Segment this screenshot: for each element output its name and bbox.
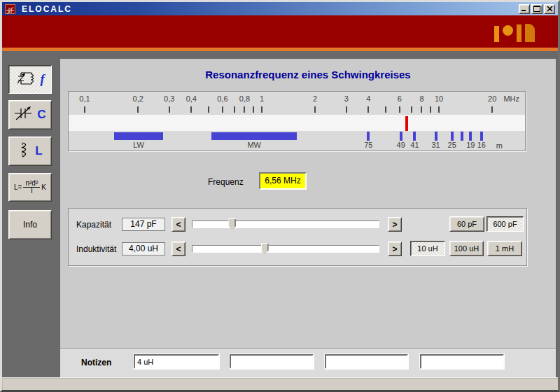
scale-tick [169, 106, 170, 113]
scale-pointer-track [69, 115, 525, 131]
sidebar-button-inductance[interactable]: L [8, 136, 52, 166]
scale-tick [222, 106, 223, 113]
broadcast-band-label: MW [247, 141, 261, 149]
sidebar-button-label: Info [23, 220, 37, 230]
shortwave-band-label: 49 [397, 141, 405, 149]
preset-button[interactable]: 10 uH [410, 241, 445, 256]
formula-lhs: L= [14, 183, 22, 191]
slider-decrease-button[interactable]: < [172, 241, 186, 256]
scale-tick-label: 10 [435, 94, 443, 103]
control-row-label: Induktivität [76, 244, 116, 254]
scale-tick [368, 106, 369, 113]
scale-tick-label: 0,1 [79, 94, 90, 103]
close-button[interactable] [544, 4, 555, 14]
scale-tick-label: 0,8 [239, 94, 250, 103]
scale-tick-label: 20 [488, 94, 496, 103]
frequency-label: Frequenz [208, 177, 244, 187]
window-title: ELOCALC [22, 4, 519, 14]
scale-tick-label: 0,6 [217, 94, 227, 103]
notes-band: Notizen [60, 348, 556, 377]
sidebar-button-label: C [37, 108, 46, 122]
scale-tick [411, 106, 412, 113]
sidebar-button-label: f [41, 72, 45, 87]
scale-tick [244, 106, 245, 113]
frequency-value: 6,56 MHz [259, 172, 307, 190]
brand-logo [494, 23, 535, 42]
shortwave-band-marker [451, 132, 454, 141]
logo-cap-icon [525, 24, 535, 42]
sidebar-button-formula[interactable]: L= n²d² l K [8, 173, 52, 202]
scale-tick-label: 1 [260, 94, 264, 103]
shortwave-band-marker [469, 132, 472, 141]
scale-tick [261, 106, 262, 113]
scale-unit-m: m [496, 141, 503, 150]
preset-button[interactable]: 60 pF [449, 216, 484, 232]
shortwave-band-label: 19 [466, 141, 475, 149]
status-bar [2, 377, 558, 390]
scale-tick [137, 106, 139, 113]
formula-denominator: l [23, 188, 40, 195]
frequency-pointer [405, 116, 408, 131]
scale-tick [208, 106, 209, 113]
control-value-box: 4,00 uH [122, 242, 165, 255]
app-icon [5, 4, 15, 14]
logo-bar-icon [494, 26, 499, 42]
notes-label: Notizen [81, 358, 111, 368]
scale-tick [399, 106, 400, 113]
formula-factor: K [41, 183, 46, 191]
slider-increase-button[interactable]: > [388, 241, 402, 256]
scale-tick-label: 2 [313, 94, 317, 103]
header-band [2, 15, 558, 48]
minimize-button[interactable] [519, 4, 530, 14]
window-inner: ELOCALC [2, 2, 558, 390]
shortwave-band-label: 25 [448, 141, 456, 149]
logo-bar-icon [517, 24, 522, 42]
scale-tick [314, 106, 316, 113]
note-input[interactable] [325, 354, 408, 369]
note-input[interactable] [134, 354, 219, 369]
scale-tick [84, 106, 85, 113]
page-title: Resonanzfrequenz eines Schwingkreises [60, 69, 556, 80]
scale-tick-label: 8 [419, 94, 424, 103]
control-row-label: Kapazität [76, 220, 111, 230]
window-controls [519, 4, 556, 14]
scale-tick [346, 106, 347, 113]
scale-tick [438, 106, 440, 113]
preset-button[interactable]: 600 pF [486, 216, 524, 232]
scale-tick-label: 3 [344, 94, 349, 103]
logo-dot-icon [503, 25, 513, 36]
formula-text: L= n²d² l K [14, 180, 46, 195]
shortwave-band-marker [367, 132, 370, 141]
slider-track[interactable] [192, 220, 379, 228]
slider-track[interactable] [192, 245, 379, 253]
slider-thumb[interactable] [261, 243, 269, 255]
note-input[interactable] [420, 354, 504, 369]
scale-unit-mhz: MHz [503, 94, 519, 103]
controls-panel: Kapazität147 pF<>60 pF600 pFInduktivität… [68, 208, 527, 266]
preset-button[interactable]: 1 mH [487, 241, 522, 256]
broadcast-band-label: LW [133, 141, 144, 149]
broadcast-band-bar [114, 132, 163, 140]
slider-decrease-button[interactable]: < [172, 217, 186, 232]
app-body: f C L L= [2, 51, 558, 377]
scale-tick-label: 0,2 [133, 94, 144, 103]
scale-tick [253, 106, 254, 113]
preset-button[interactable]: 100 uH [449, 241, 484, 256]
scale-tick [421, 106, 422, 113]
sidebar-button-frequency[interactable]: f [8, 65, 52, 94]
shortwave-band-marker [435, 132, 438, 141]
maximize-button[interactable] [531, 4, 542, 14]
scale-panel: MHz m 0,10,20,30,40,60,81234681020LWMW75… [68, 91, 526, 151]
shortwave-band-marker [480, 132, 483, 141]
slider-thumb[interactable] [228, 218, 236, 230]
slider-increase-button[interactable]: > [388, 217, 402, 232]
sidebar-button-info[interactable]: Info [8, 210, 52, 239]
note-input[interactable] [230, 354, 314, 369]
scale-tick [385, 106, 386, 113]
sidebar-button-capacity[interactable]: C [8, 100, 52, 130]
shortwave-band-marker [461, 132, 463, 141]
shortwave-band-marker [400, 132, 402, 141]
shortwave-band-label: 75 [364, 141, 372, 149]
app-window: ELOCALC [0, 0, 560, 392]
sidebar-button-label: L [35, 144, 42, 158]
